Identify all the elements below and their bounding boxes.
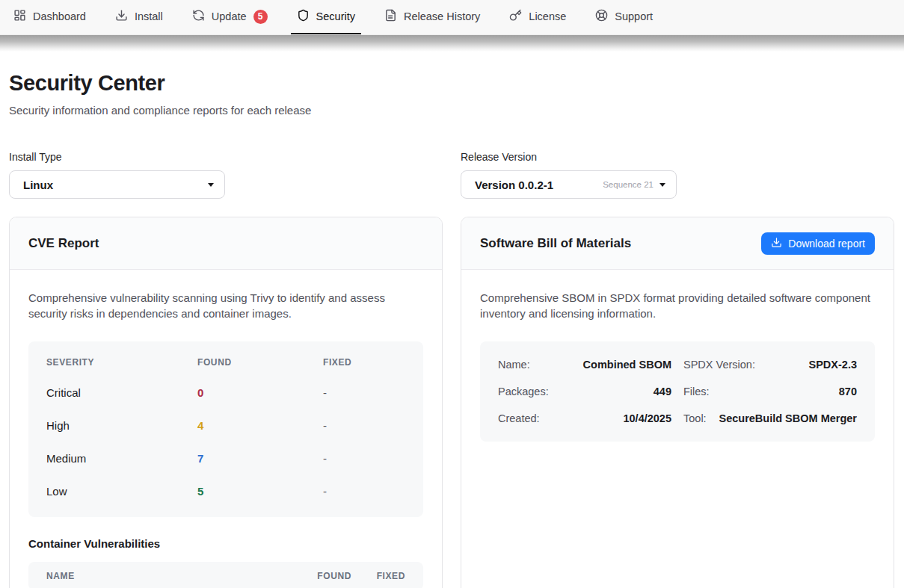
table-row: Medium 7 - bbox=[28, 442, 423, 475]
detail-value: SecureBuild SBOM Merger bbox=[719, 412, 857, 424]
detail-value: SPDX-2.3 bbox=[809, 359, 857, 371]
cve-report-card: CVE Report Comprehensive vulnerability s… bbox=[9, 217, 443, 588]
detail-label: SPDX Version: bbox=[683, 359, 755, 371]
detail-value: 870 bbox=[839, 386, 857, 397]
header-shadow bbox=[0, 35, 904, 52]
nav-item-support[interactable]: Support bbox=[589, 0, 659, 34]
fixed-count: - bbox=[323, 485, 405, 498]
sbom-description: Comprehensive SBOM in SPDX format provid… bbox=[480, 290, 875, 322]
nav-item-license[interactable]: License bbox=[503, 0, 572, 34]
nav-item-label: Security bbox=[316, 10, 355, 22]
main-content: Security Center Security information and… bbox=[0, 71, 904, 588]
refresh-icon bbox=[192, 9, 205, 24]
sbom-card-title: Software Bill of Materials bbox=[480, 236, 631, 251]
severity-table: SEVERITY FOUND FIXED Critical 0 - High 4… bbox=[28, 341, 423, 517]
sequence-label: Sequence 21 bbox=[603, 180, 654, 189]
install-type-select[interactable]: Linux bbox=[9, 170, 225, 199]
dashboard-icon bbox=[13, 9, 26, 24]
found-count: 4 bbox=[197, 419, 323, 432]
sbom-card-header: Software Bill of Materials Download repo… bbox=[461, 217, 894, 270]
sbom-card: Software Bill of Materials Download repo… bbox=[461, 217, 894, 588]
nav-item-release-history[interactable]: Release History bbox=[378, 0, 486, 34]
severity-label: Low bbox=[46, 485, 197, 498]
file-text-icon bbox=[384, 9, 397, 24]
download-icon bbox=[771, 237, 782, 250]
cve-description: Comprehensive vulnerability scanning usi… bbox=[28, 290, 423, 322]
release-version-filter: Release Version Version 0.0.2-1 Sequence… bbox=[461, 151, 894, 199]
nav-item-security[interactable]: Security bbox=[291, 0, 361, 34]
nav-item-label: Dashboard bbox=[33, 10, 86, 22]
key-icon bbox=[509, 9, 522, 24]
download-report-button[interactable]: Download report bbox=[761, 232, 875, 255]
found-count: 5 bbox=[197, 485, 323, 498]
table-row: Name: Combined SBOM SPDX Version: SPDX-2… bbox=[498, 351, 857, 378]
detail-label: Created: bbox=[498, 412, 540, 424]
chevron-down-icon bbox=[208, 183, 214, 187]
release-version-value: Version 0.0.2-1 bbox=[475, 179, 553, 191]
detail-label: Files: bbox=[683, 386, 710, 397]
fixed-count: - bbox=[323, 419, 405, 432]
detail-label: Packages: bbox=[498, 386, 549, 397]
detail-value: Combined SBOM bbox=[583, 359, 671, 371]
severity-col-header: SEVERITY bbox=[46, 357, 197, 368]
report-cards-row: CVE Report Comprehensive vulnerability s… bbox=[9, 217, 895, 588]
table-row: Created: 10/4/2025 Tool: SecureBuild SBO… bbox=[498, 405, 857, 432]
nav-item-label: Install bbox=[135, 10, 163, 22]
page-subtitle: Security information and compliance repo… bbox=[9, 104, 895, 117]
nav-item-dashboard[interactable]: Dashboard bbox=[7, 0, 92, 34]
update-count-badge: 5 bbox=[253, 10, 268, 24]
nav-item-label: Support bbox=[615, 10, 653, 22]
sbom-card-body: Comprehensive SBOM in SPDX format provid… bbox=[461, 270, 894, 462]
sbom-details-table: Name: Combined SBOM SPDX Version: SPDX-2… bbox=[480, 341, 875, 442]
detail-label: Name: bbox=[498, 359, 530, 371]
found-col-header: FOUND bbox=[284, 571, 351, 581]
cve-card-body: Comprehensive vulnerability scanning usi… bbox=[10, 270, 442, 588]
severity-label: Critical bbox=[46, 386, 197, 399]
download-button-label: Download report bbox=[788, 238, 865, 250]
container-table-header: NAME FOUND FIXED bbox=[28, 562, 423, 588]
severity-table-header: SEVERITY FOUND FIXED bbox=[28, 348, 423, 377]
cve-card-header: CVE Report bbox=[10, 217, 442, 270]
container-vulnerabilities-title: Container Vulnerabilities bbox=[28, 537, 423, 550]
nav-item-label: License bbox=[529, 10, 566, 22]
table-row: High 4 - bbox=[28, 409, 423, 442]
lifebuoy-icon bbox=[595, 9, 608, 24]
install-type-label: Install Type bbox=[9, 151, 443, 163]
chevron-down-icon bbox=[659, 183, 665, 187]
install-type-value: Linux bbox=[23, 179, 53, 191]
nav-item-label: Release History bbox=[404, 10, 480, 22]
detail-value: 449 bbox=[654, 386, 671, 397]
fixed-count: - bbox=[323, 452, 405, 465]
nav-item-update[interactable]: Update 5 bbox=[186, 0, 274, 34]
shield-icon bbox=[297, 9, 310, 24]
nav-item-install[interactable]: Install bbox=[109, 0, 169, 34]
release-version-select[interactable]: Version 0.0.2-1 Sequence 21 bbox=[461, 170, 677, 199]
top-navigation: Dashboard Install Update 5 Security Rele… bbox=[0, 0, 904, 35]
severity-label: High bbox=[46, 419, 197, 432]
found-count: 7 bbox=[197, 452, 323, 465]
table-row: Low 5 - bbox=[28, 475, 423, 508]
nav-item-label: Update bbox=[212, 10, 247, 22]
cve-card-title: CVE Report bbox=[28, 236, 99, 251]
install-type-filter: Install Type Linux bbox=[9, 151, 443, 199]
detail-label: Tool: bbox=[683, 412, 707, 424]
name-col-header: NAME bbox=[46, 571, 284, 581]
severity-label: Medium bbox=[46, 452, 197, 465]
fixed-col-header: FIXED bbox=[323, 357, 405, 368]
fixed-col-header: FIXED bbox=[351, 571, 405, 581]
found-col-header: FOUND bbox=[197, 357, 323, 368]
detail-value: 10/4/2025 bbox=[623, 412, 671, 424]
page-title: Security Center bbox=[9, 71, 895, 96]
fixed-count: - bbox=[323, 386, 405, 399]
download-icon bbox=[115, 9, 128, 24]
found-count: 0 bbox=[197, 386, 323, 399]
release-version-label: Release Version bbox=[461, 151, 894, 163]
table-row: Critical 0 - bbox=[28, 377, 423, 409]
table-row: Packages: 449 Files: 870 bbox=[498, 378, 857, 405]
filters-row: Install Type Linux Release Version Versi… bbox=[9, 151, 895, 199]
